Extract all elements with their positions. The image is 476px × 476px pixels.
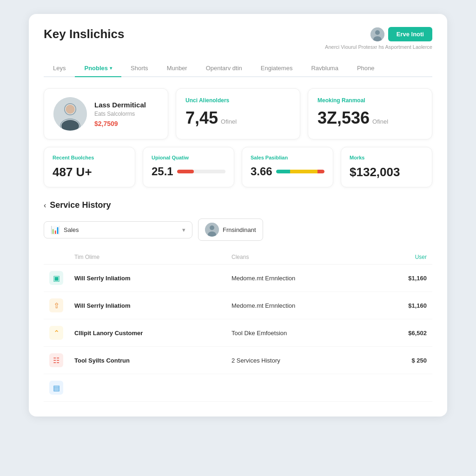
top-stats-row: Lass Dermitical Eats Salcolorrns $2,7509… [44, 88, 432, 139]
metric2-value: 3Z,536 Ofinel [317, 108, 423, 128]
row-status-1: Medome.mt Ernnlection [226, 264, 374, 292]
tab-leys[interactable]: Leys [44, 60, 75, 77]
metric1-value: 7,45 Ofinel [185, 108, 291, 128]
row-icon-2: ⇧ [49, 298, 63, 312]
person-avatar [205, 223, 219, 237]
tab-pnobles[interactable]: Pnobles ▾ [75, 60, 121, 77]
table-row: ⌃ Cllipit Lanory Customer Tool Dke Emfoe… [44, 319, 432, 347]
progress-row-1: 25.1 [152, 165, 225, 178]
chevron-down-icon: ▾ [110, 66, 112, 71]
tab-phone[interactable]: Phone [348, 60, 384, 77]
col-status: Cleans [226, 250, 374, 264]
metric2-unit: Ofinel [372, 118, 388, 125]
filter-person[interactable]: Frnsindinant [198, 218, 263, 241]
profile-card: Lass Dermitical Eats Salcolorrns $2,7509 [44, 88, 168, 139]
progress-value-1: 25.1 [152, 165, 173, 178]
profile-amount: $2,7509 [94, 120, 146, 127]
row-status-4: 2 Services History [226, 347, 374, 374]
profile-name: Lass Dermitical [94, 101, 146, 109]
bar-green [276, 170, 290, 173]
multi-bar [276, 170, 324, 173]
row-status-2: Medome.mt Ernnlection [226, 292, 374, 319]
metric1-unit: Ofinel [221, 118, 237, 125]
page-title: Key Inslichics [44, 27, 124, 41]
tab-engiatemes[interactable]: Engiatemes [251, 60, 302, 77]
svg-point-11 [210, 225, 214, 230]
section-header: ‹ Service History [44, 200, 432, 210]
table-row: ☷ Tool Syilts Contrun 2 Services History… [44, 347, 432, 374]
bottom-stats-row: Recent Buolches 487 U+ Upional Quatiw 25… [44, 147, 432, 187]
row-name-4: Tool Syilts Contrun [74, 357, 220, 364]
progress-value-2: 3.66 [251, 165, 272, 178]
profile-avatar [53, 97, 87, 131]
row-amount-2: $1,160 [374, 292, 432, 319]
back-arrow-icon[interactable]: ‹ [44, 201, 46, 210]
filter-dropdown[interactable]: 📊 Sales ▾ [44, 221, 192, 238]
metric1-label: Unci Alienolders [185, 97, 291, 104]
table-row: ▤ [44, 374, 432, 402]
filter-row: 📊 Sales ▾ Frnsindinant [44, 218, 432, 241]
bar-fill-1 [177, 170, 194, 173]
user-avatar [370, 27, 384, 41]
enroll-button[interactable]: Erve lnoti [388, 27, 432, 41]
mini-stat-2: Upional Quatiw 25.1 [143, 147, 234, 187]
row-icon-5: ▤ [49, 381, 63, 395]
col-icon [44, 250, 69, 264]
nav-tabs: Leys Pnobles ▾ Shorts Munber Opentarv dt… [44, 60, 432, 77]
metric2-label: Meoking Ranmoal [317, 97, 423, 104]
profile-info: Lass Dermitical Eats Salcolorrns $2,7509 [94, 101, 146, 127]
header-right: Erve lnoti Anerci Viourul Protesxr hs As… [325, 27, 432, 50]
sales-icon: 📊 [51, 225, 60, 234]
tab-opentarv[interactable]: Opentarv dtin [197, 60, 251, 77]
filter-label: Sales [64, 226, 79, 233]
metric-card-2: Meoking Ranmoal 3Z,536 Ofinel [308, 88, 432, 139]
filter-person-label: Frnsindinant [223, 226, 256, 233]
tab-ravbluma[interactable]: Ravbluma [302, 60, 348, 77]
table-row: ⇧ Will Serrly Inliatiom Medome.mt Ernnle… [44, 292, 432, 319]
row-icon-4: ☷ [49, 353, 63, 367]
metric-card-1: Unci Alienolders 7,45 Ofinel [176, 88, 300, 139]
header-subtitle: Anerci Viourul Protesxr hs Asportment La… [325, 44, 432, 50]
mini-stat-4: Morks $132,003 [341, 147, 432, 187]
svg-point-1 [375, 30, 380, 35]
header: Key Inslichics Erve lnoti Anerci Viourul… [44, 27, 432, 50]
table-row: ▣ Will Serrly Inliatiom Medome.mt Ernnle… [44, 264, 432, 292]
col-name: Tim Olime [69, 250, 226, 264]
svg-point-8 [66, 105, 75, 114]
row-name-2: Will Serrly Inliatiom [74, 302, 220, 309]
row-icon-1: ▣ [49, 271, 63, 285]
multi-bar-wrap [276, 170, 324, 173]
bar-red [317, 170, 324, 173]
mini-value-1: 487 U+ [53, 165, 126, 179]
row-amount-5 [374, 374, 432, 402]
col-user: User [374, 250, 432, 264]
mini-label-4: Morks [350, 155, 423, 160]
mini-label-2: Upional Quatiw [152, 155, 225, 160]
tab-munber[interactable]: Munber [158, 60, 197, 77]
row-status-3: Tool Dke Emfoetsion [226, 319, 374, 347]
dropdown-chevron-icon: ▾ [182, 226, 185, 233]
main-card: Key Inslichics Erve lnoti Anerci Viourul… [29, 14, 447, 416]
row-amount-3: $6,502 [374, 319, 432, 347]
mini-stat-1: Recent Buolches 487 U+ [44, 147, 135, 187]
progress-row-2: 3.66 [251, 165, 324, 178]
header-user-row: Erve lnoti [370, 27, 432, 41]
row-icon-3: ⌃ [49, 326, 63, 340]
tab-shorts[interactable]: Shorts [121, 60, 158, 77]
row-amount-1: $1,160 [374, 264, 432, 292]
row-status-5 [226, 374, 374, 402]
mini-label-1: Recent Buolches [53, 155, 126, 160]
service-table: Tim Olime Cleans User ▣ Will Serrly Inli… [44, 250, 432, 402]
progress-bar-1 [177, 170, 225, 173]
section-title: Service History [50, 200, 111, 210]
row-amount-4: $ 250 [374, 347, 432, 374]
mini-stat-3: Sales Pasiblian 3.66 [242, 147, 333, 187]
mini-label-3: Sales Pasiblian [251, 155, 324, 160]
row-name-3: Cllipit Lanory Customer [74, 330, 220, 337]
row-name-1: Will Serrly Inliatiom [74, 275, 220, 282]
mini-value-4: $132,003 [350, 165, 423, 179]
profile-subtitle: Eats Salcolorrns [94, 111, 146, 117]
bar-yellow [290, 170, 318, 173]
